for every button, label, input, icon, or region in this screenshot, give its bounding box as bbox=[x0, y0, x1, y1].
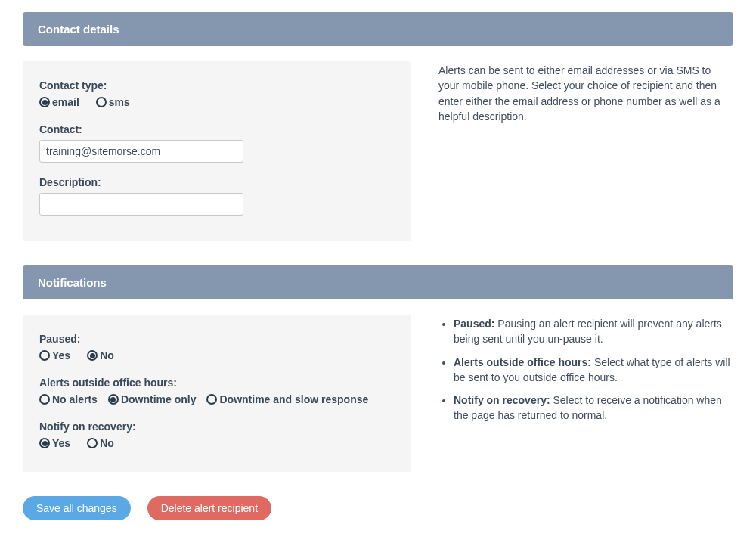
recovery-no-radio[interactable]: No bbox=[87, 437, 114, 449]
recovery-radio-group: Yes No bbox=[39, 437, 395, 449]
help-paused-text: Pausing an alert recipient will prevent … bbox=[454, 318, 722, 345]
notifications-form-panel: Paused: Yes No Alerts outside office hou… bbox=[23, 315, 411, 472]
outside-hours-radio-group: No alerts Downtime only Downtime and slo… bbox=[39, 393, 395, 405]
help-outside-title: Alerts outside office hours: bbox=[454, 356, 591, 368]
save-button[interactable]: Save all changes bbox=[23, 496, 131, 520]
radio-icon bbox=[96, 97, 107, 107]
contact-input[interactable] bbox=[39, 140, 243, 163]
contact-details-header: Contact details bbox=[23, 12, 733, 46]
recovery-yes-radio[interactable]: Yes bbox=[39, 437, 70, 449]
help-paused: Paused: Pausing an alert recipient will … bbox=[454, 316, 733, 347]
radio-icon bbox=[39, 438, 50, 448]
radio-label: sms bbox=[109, 96, 130, 108]
contact-help-text: Alerts can be sent to either email addre… bbox=[438, 61, 733, 124]
radio-label: No alerts bbox=[52, 393, 98, 405]
notifications-help-panel: Paused: Pausing an alert recipient will … bbox=[438, 315, 733, 431]
notifications-body: Paused: Yes No Alerts outside office hou… bbox=[23, 315, 733, 472]
contact-label: Contact: bbox=[39, 123, 395, 135]
radio-icon bbox=[87, 350, 98, 361]
help-recovery-title: Notify on recovery: bbox=[454, 394, 550, 406]
contact-type-sms-radio[interactable]: sms bbox=[96, 96, 130, 108]
paused-label: Paused: bbox=[39, 333, 395, 345]
radio-icon bbox=[108, 394, 119, 405]
description-input[interactable] bbox=[39, 193, 243, 216]
actions-row: Save all changes Delete alert recipient bbox=[23, 496, 733, 520]
radio-label: No bbox=[100, 349, 114, 361]
outside-hours-label: Alerts outside office hours: bbox=[39, 377, 395, 389]
radio-label: No bbox=[100, 437, 114, 449]
radio-icon bbox=[206, 394, 217, 405]
notifications-header: Notifications bbox=[23, 265, 733, 299]
help-paused-title: Paused: bbox=[454, 318, 494, 330]
radio-label: Yes bbox=[52, 437, 70, 449]
outside-downtime-slow-radio[interactable]: Downtime and slow response bbox=[206, 393, 368, 405]
contact-details-body: Contact type: email sms Contact: Descrip… bbox=[23, 61, 733, 241]
contact-type-email-radio[interactable]: email bbox=[39, 96, 79, 108]
help-outside: Alerts outside office hours: Select what… bbox=[454, 355, 733, 386]
help-recovery: Notify on recovery: Select to receive a … bbox=[454, 392, 733, 423]
recovery-label: Notify on recovery: bbox=[39, 420, 395, 433]
radio-label: Downtime only bbox=[121, 393, 197, 405]
contact-form-panel: Contact type: email sms Contact: Descrip… bbox=[23, 61, 411, 241]
settings-page: Contact details Contact type: email sms … bbox=[0, 0, 756, 543]
paused-radio-group: Yes No bbox=[39, 349, 395, 361]
description-label: Description: bbox=[39, 176, 395, 188]
paused-no-radio[interactable]: No bbox=[87, 349, 114, 361]
contact-type-label: Contact type: bbox=[39, 79, 395, 92]
radio-icon bbox=[39, 394, 50, 405]
outside-none-radio[interactable]: No alerts bbox=[39, 393, 98, 405]
radio-icon bbox=[39, 350, 50, 361]
paused-yes-radio[interactable]: Yes bbox=[39, 349, 70, 361]
contact-type-radio-group: email sms bbox=[39, 96, 395, 108]
radio-icon bbox=[39, 97, 50, 107]
radio-icon bbox=[87, 438, 98, 448]
radio-label: email bbox=[52, 96, 79, 108]
radio-label: Yes bbox=[52, 349, 70, 361]
outside-downtime-radio[interactable]: Downtime only bbox=[108, 393, 197, 405]
delete-recipient-button[interactable]: Delete alert recipient bbox=[147, 496, 271, 520]
radio-label: Downtime and slow response bbox=[219, 393, 368, 405]
